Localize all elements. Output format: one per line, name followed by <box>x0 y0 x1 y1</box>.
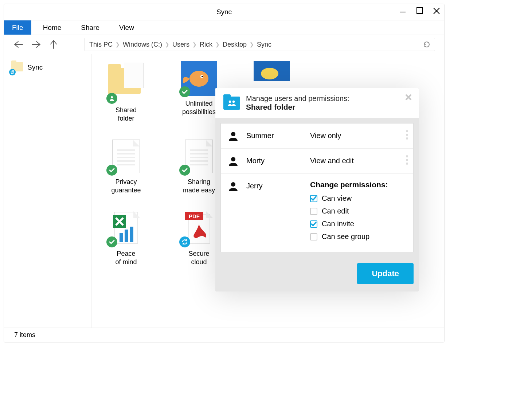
folder-icon <box>11 62 23 73</box>
svg-rect-15 <box>130 227 133 242</box>
tab-share[interactable]: Share <box>73 20 107 35</box>
perm-label: Can invite <box>322 220 354 228</box>
breadcrumb-seg[interactable]: Users <box>172 41 189 48</box>
permissions-dialog: Manage users and permissions: Shared fol… <box>215 88 419 291</box>
update-button[interactable]: Update <box>357 263 414 284</box>
perm-label: Can edit <box>322 207 349 215</box>
statusbar: 7 items <box>4 328 444 342</box>
sidebar-item-sync[interactable]: Sync <box>4 60 91 74</box>
person-icon <box>227 180 239 192</box>
file-label: of mind <box>115 258 137 266</box>
chevron-right-icon: ❯ <box>192 42 197 47</box>
image-thumb-icon <box>254 61 290 81</box>
sidebar: Sync <box>4 54 91 328</box>
explorer-window: Sync File Home Share View <box>4 4 445 342</box>
ribbon-tabs: File Home Share View <box>4 20 444 35</box>
perm-can-view[interactable]: Can view <box>310 194 388 203</box>
svg-text:PDF: PDF <box>189 213 200 219</box>
check-overlay-icon <box>179 86 190 97</box>
breadcrumb-seg[interactable]: Desktop <box>223 41 247 48</box>
file-peace-of-mind[interactable]: Peaceof mind <box>99 211 153 267</box>
file-label: Sharing <box>188 178 210 185</box>
svg-point-23 <box>231 182 235 187</box>
tab-file[interactable]: File <box>4 20 31 35</box>
file-label: Secure <box>188 250 209 257</box>
user-name: Summer <box>246 130 303 140</box>
perm-label: Can see group <box>322 232 369 241</box>
svg-point-22 <box>231 157 235 161</box>
status-item-count: 7 items <box>14 331 35 339</box>
check-overlay-icon <box>106 165 117 176</box>
file-label: Shared <box>116 106 137 114</box>
close-icon[interactable] <box>433 7 441 16</box>
up-icon[interactable] <box>48 40 59 49</box>
user-permission: View and edit <box>310 155 354 165</box>
window-title: Sync <box>4 8 444 16</box>
file-privacy-guarantee[interactable]: Privacyguarantee <box>99 140 153 195</box>
breadcrumb-seg[interactable]: Rick <box>200 41 212 48</box>
file-label: Peace <box>117 250 135 257</box>
sync-overlay-icon <box>9 69 16 75</box>
perm-label: Can view <box>322 194 352 203</box>
user-name: Morty <box>246 155 303 165</box>
svg-point-19 <box>229 100 231 102</box>
shared-folder-icon <box>223 97 240 110</box>
sidebar-item-label: Sync <box>27 63 43 71</box>
file-label: made easy <box>183 187 215 194</box>
navbar: This PC ❯ Windows (C:) ❯ Users ❯ Rick ❯ … <box>4 35 444 54</box>
refresh-icon[interactable] <box>423 41 430 48</box>
svg-point-6 <box>189 71 208 87</box>
perm-can-see-group[interactable]: Can see group <box>310 232 388 241</box>
user-list: Summer View only Morty View and edit <box>220 123 414 252</box>
file-shared-folder[interactable]: Sharedfolder <box>99 61 153 123</box>
person-icon <box>227 155 239 167</box>
breadcrumb-seg[interactable]: This PC <box>89 41 113 48</box>
file-label: folder <box>118 115 134 122</box>
forward-icon[interactable] <box>31 40 42 49</box>
chevron-right-icon: ❯ <box>215 42 220 47</box>
checkbox-icon[interactable] <box>310 220 317 228</box>
svg-point-10 <box>261 68 278 79</box>
dialog-close-icon[interactable] <box>405 94 412 101</box>
checkbox-icon[interactable] <box>310 233 317 240</box>
window-controls <box>398 7 441 16</box>
svg-rect-13 <box>120 233 123 242</box>
user-row: Morty View and edit <box>221 149 413 174</box>
back-icon[interactable] <box>13 40 24 49</box>
tab-home[interactable]: Home <box>35 20 70 35</box>
perm-can-invite[interactable]: Can invite <box>310 220 388 228</box>
checkbox-icon[interactable] <box>310 208 317 215</box>
person-icon <box>227 130 239 142</box>
breadcrumb[interactable]: This PC ❯ Windows (C:) ❯ Users ❯ Rick ❯ … <box>85 38 435 51</box>
user-row: Summer View only <box>221 124 413 149</box>
change-permissions-heading: Change permissions: <box>310 180 388 189</box>
svg-point-8 <box>202 76 203 77</box>
svg-point-4 <box>111 96 113 98</box>
dialog-header: Manage users and permissions: Shared fol… <box>215 88 419 118</box>
chevron-right-icon: ❯ <box>116 42 120 47</box>
sync-overlay-icon <box>179 236 190 247</box>
svg-point-20 <box>232 100 235 102</box>
file-label: possibilities <box>182 108 216 116</box>
perm-can-edit[interactable]: Can edit <box>310 207 388 215</box>
svg-rect-1 <box>417 8 423 13</box>
checkbox-icon[interactable] <box>310 195 317 202</box>
user-permission: View only <box>310 130 341 140</box>
breadcrumb-seg[interactable]: Windows (C:) <box>123 41 162 48</box>
maximize-icon[interactable] <box>416 7 423 16</box>
chevron-right-icon: ❯ <box>250 42 254 47</box>
check-overlay-icon <box>106 236 117 247</box>
user-row-expanded: Jerry Change permissions: Can view <box>221 174 413 252</box>
check-overlay-icon <box>179 165 190 176</box>
tab-view[interactable]: View <box>111 20 142 35</box>
user-overlay-icon <box>106 93 117 104</box>
more-icon[interactable] <box>406 130 408 140</box>
svg-point-21 <box>231 132 235 136</box>
svg-rect-14 <box>125 230 128 242</box>
minimize-icon[interactable] <box>398 7 407 16</box>
file-label: Privacy <box>115 178 137 185</box>
breadcrumb-seg[interactable]: Sync <box>257 41 271 48</box>
more-icon[interactable] <box>406 155 408 165</box>
chevron-right-icon: ❯ <box>165 42 169 47</box>
file-label: cloud <box>191 258 207 266</box>
